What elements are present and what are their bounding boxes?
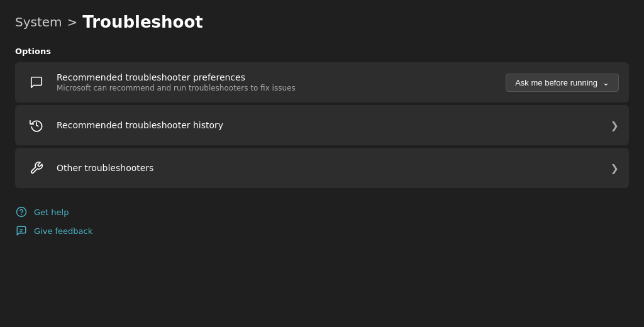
give-feedback-link[interactable]: Give feedback xyxy=(15,224,629,237)
chevron-right-icon-other: ❯ xyxy=(611,162,619,174)
breadcrumb-system[interactable]: System xyxy=(15,14,62,30)
option-text-history: Recommended troubleshooter history xyxy=(57,120,611,130)
option-text-preferences: Recommended troubleshooter preferences M… xyxy=(57,72,506,92)
breadcrumb-current: Troubleshoot xyxy=(82,13,203,31)
option-title-preferences: Recommended troubleshooter preferences xyxy=(57,72,506,82)
option-row-history[interactable]: Recommended troubleshooter history ❯ xyxy=(15,105,629,145)
svg-point-0 xyxy=(17,208,26,217)
get-help-link[interactable]: Get help xyxy=(15,206,629,218)
option-subtitle-preferences: Microsoft can recommend and run troubles… xyxy=(57,84,506,92)
help-icon xyxy=(15,206,28,218)
get-help-label: Get help xyxy=(34,208,69,217)
option-action-history: ❯ xyxy=(611,119,619,131)
option-row-other[interactable]: Other troubleshooters ❯ xyxy=(15,148,629,188)
give-feedback-label: Give feedback xyxy=(34,226,92,236)
breadcrumb-separator: > xyxy=(67,14,78,30)
chat-icon xyxy=(25,71,48,94)
option-action-preferences: Ask me before running ⌄ xyxy=(506,74,619,92)
option-title-history: Recommended troubleshooter history xyxy=(57,120,611,130)
option-title-other: Other troubleshooters xyxy=(57,163,611,173)
footer-links: Get help Give feedback xyxy=(15,206,629,237)
dropdown-label: Ask me before running xyxy=(515,78,597,87)
option-action-other: ❯ xyxy=(611,162,619,174)
wrench-icon xyxy=(25,157,48,179)
options-container: Recommended troubleshooter preferences M… xyxy=(15,62,629,188)
breadcrumb: System > Troubleshoot xyxy=(15,13,629,31)
history-icon xyxy=(25,114,48,136)
chevron-down-icon: ⌄ xyxy=(602,78,609,87)
option-text-other: Other troubleshooters xyxy=(57,163,611,173)
preferences-dropdown-button[interactable]: Ask me before running ⌄ xyxy=(506,74,619,92)
options-section-label: Options xyxy=(15,47,629,56)
feedback-icon xyxy=(15,224,28,237)
chevron-right-icon-history: ❯ xyxy=(611,119,619,131)
option-row-preferences[interactable]: Recommended troubleshooter preferences M… xyxy=(15,62,629,103)
